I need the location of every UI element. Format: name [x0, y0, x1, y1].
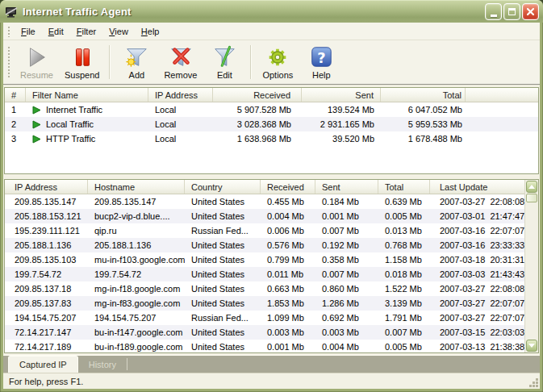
- tab-strip: Captured IP History: [3, 355, 540, 373]
- funnel-edit-icon: [212, 45, 236, 69]
- col-filter-name[interactable]: Filter Name: [26, 88, 148, 102]
- col-sent[interactable]: Sent: [315, 180, 378, 194]
- row-received: 0.004 Mb: [261, 209, 315, 223]
- col-total[interactable]: Total: [381, 88, 466, 102]
- running-play-icon: [32, 106, 41, 115]
- status-bar: For help, press F1.: [3, 373, 540, 389]
- toolbar-separator: [250, 45, 252, 79]
- client-area: File Edit Filter View Help Resume: [3, 23, 540, 389]
- row-last-update: 2007-03-27 22:07:07: [430, 311, 524, 325]
- col-ip-address[interactable]: IP Address: [5, 180, 88, 194]
- col-last-update[interactable]: Last Update: [430, 180, 524, 194]
- row-total: 0.639 Mb: [378, 194, 430, 209]
- row-country: United States: [185, 281, 261, 296]
- col-total[interactable]: Total: [378, 180, 430, 194]
- captured-ip-row[interactable]: 195.239.111.121 qip.ru Russian Fed... 0.…: [5, 223, 524, 238]
- scroll-thumb[interactable]: [526, 194, 537, 202]
- scroll-down-button[interactable]: [526, 340, 537, 352]
- captured-ip-row[interactable]: 72.14.217.147 bu-in-f147.google.com Unit…: [5, 325, 524, 340]
- filter-num: 3: [5, 131, 26, 146]
- captured-ip-row[interactable]: 72.14.217.189 bu-in-f189.google.com Unit…: [5, 340, 524, 353]
- row-ip: 205.188.1.136: [5, 238, 88, 252]
- row-total: 0.018 Mb: [378, 267, 430, 281]
- filter-sent: 139.524 Mb: [302, 102, 381, 117]
- running-play-icon: [32, 135, 41, 144]
- captured-ip-row[interactable]: 205.188.153.121 bucp2-vip-d.blue.... Uni…: [5, 209, 524, 223]
- suspend-button[interactable]: Suspend: [59, 44, 105, 81]
- row-last-update: 2007-03-27 22:08:08: [430, 281, 524, 296]
- filter-received: 1 638.968 Mb: [213, 131, 302, 146]
- menu-file[interactable]: File: [15, 24, 42, 39]
- captured-ip-row[interactable]: 205.188.1.136 205.188.1.136 United State…: [5, 238, 524, 252]
- toolbar-separator: [109, 45, 111, 79]
- scroll-up-button[interactable]: [526, 181, 537, 193]
- row-ip: 194.154.75.207: [5, 311, 88, 325]
- running-play-icon: [32, 120, 41, 129]
- row-sent: 0.184 Mb: [315, 194, 378, 209]
- vertical-scrollbar[interactable]: [524, 180, 538, 352]
- row-total: 0.768 Mb: [378, 238, 430, 252]
- row-country: United States: [185, 209, 261, 223]
- app-icon[interactable]: [5, 6, 19, 19]
- menu-help[interactable]: Help: [135, 24, 166, 39]
- row-received: 1.853 Mb: [261, 296, 315, 311]
- menu-edit[interactable]: Edit: [42, 24, 70, 39]
- row-hostname: 199.7.54.72: [88, 267, 185, 281]
- maximize-button[interactable]: [503, 3, 520, 20]
- resize-grip-icon[interactable]: [528, 377, 539, 388]
- funnel-remove-icon: [169, 45, 193, 69]
- filter-list: # Filter Name IP Address Received Sent T…: [4, 87, 539, 174]
- row-sent: 0.004 Mb: [315, 340, 378, 353]
- col-ip-address[interactable]: IP Address: [148, 88, 213, 102]
- options-button[interactable]: Options: [256, 44, 299, 81]
- captured-ip-row[interactable]: 194.154.75.207 194.154.75.207 Russian Fe…: [5, 311, 524, 325]
- add-filter-button[interactable]: Add: [115, 44, 158, 81]
- captured-ip-row[interactable]: 209.85.135.147 209.85.135.147 United Sta…: [5, 194, 524, 209]
- filter-rows: 1 Internet Traffic Local 5 907.528 Mb 13…: [5, 102, 538, 146]
- row-received: 0.006 Mb: [261, 223, 315, 238]
- col-country[interactable]: Country: [185, 180, 261, 194]
- edit-filter-button[interactable]: Edit: [203, 44, 246, 81]
- col-filler: [466, 88, 538, 102]
- filter-sent: 2 931.165 Mb: [302, 117, 381, 131]
- filter-row[interactable]: 3 HTTP Traffic Local 1 638.968 Mb 39.520…: [5, 131, 538, 146]
- row-hostname: bu-in-f147.google.com: [88, 325, 185, 340]
- captured-ip-row[interactable]: 209.85.135.103 mu-in-f103.google.com Uni…: [5, 252, 524, 267]
- close-icon: [526, 7, 535, 16]
- captured-ip-row[interactable]: 209.85.137.83 mg-in-f83.google.com Unite…: [5, 296, 524, 311]
- col-hostname[interactable]: Hostname: [88, 180, 185, 194]
- col-received[interactable]: Received: [261, 180, 315, 194]
- chevron-up-icon: [528, 185, 535, 189]
- filter-name: Local Traffic: [46, 117, 94, 131]
- filter-row[interactable]: 1 Internet Traffic Local 5 907.528 Mb 13…: [5, 102, 538, 117]
- row-total: 1.791 Mb: [378, 311, 430, 325]
- app-window: Internet Traffic Agent File Edit Filter …: [0, 0, 543, 392]
- col-received[interactable]: Received: [213, 88, 302, 102]
- filter-name: HTTP Traffic: [46, 131, 95, 146]
- captured-ip-row[interactable]: 209.85.137.18 mg-in-f18.google.com Unite…: [5, 281, 524, 296]
- row-sent: 1.286 Mb: [315, 296, 378, 311]
- menu-gripper[interactable]: [7, 26, 10, 37]
- row-country: United States: [185, 194, 261, 209]
- menu-filter[interactable]: Filter: [70, 24, 102, 39]
- row-total: 0.005 Mb: [378, 340, 430, 353]
- tab-history[interactable]: History: [78, 356, 127, 373]
- filter-num: 2: [5, 117, 26, 131]
- captured-ip-row[interactable]: 199.7.54.72 199.7.54.72 United States 0.…: [5, 267, 524, 281]
- minimize-button[interactable]: [485, 3, 502, 20]
- row-ip: 72.14.217.189: [5, 340, 88, 353]
- close-button[interactable]: [522, 3, 539, 20]
- menu-view[interactable]: View: [102, 24, 135, 39]
- row-total: 1.158 Mb: [378, 252, 430, 267]
- row-country: United States: [185, 340, 261, 353]
- toolbar-gripper[interactable]: [7, 46, 10, 78]
- remove-filter-button[interactable]: Remove: [158, 44, 203, 81]
- toolbar: Resume Suspend: [3, 40, 540, 85]
- col-num[interactable]: #: [5, 88, 26, 102]
- filter-row[interactable]: 2 Local Traffic Local 3 028.368 Mb 2 931…: [5, 117, 538, 131]
- col-sent[interactable]: Sent: [302, 88, 381, 102]
- help-button[interactable]: ? Help: [299, 44, 343, 81]
- row-hostname: mg-in-f83.google.com: [88, 296, 185, 311]
- tab-captured-ip[interactable]: Captured IP: [8, 356, 78, 373]
- row-sent: 0.692 Mb: [315, 311, 378, 325]
